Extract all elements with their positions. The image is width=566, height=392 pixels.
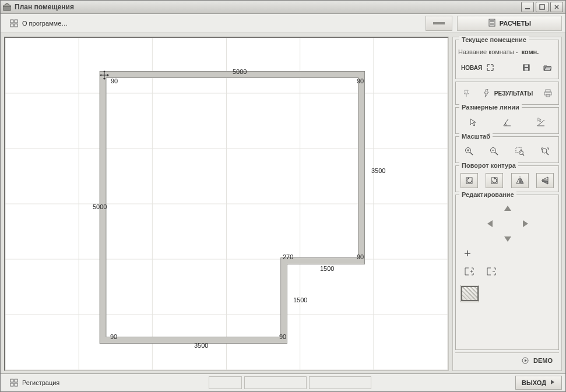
svg-marker-67 xyxy=(494,177,496,179)
svg-rect-8 xyxy=(10,24,13,27)
move-up-button[interactable] xyxy=(499,201,516,216)
angle-tl: 90 xyxy=(110,77,119,84)
svg-line-63 xyxy=(546,153,549,155)
svg-point-83 xyxy=(522,358,528,363)
open-room-button[interactable] xyxy=(539,60,556,75)
move-right-button[interactable] xyxy=(516,216,534,231)
group-dimension-title: Размерные линии xyxy=(459,104,522,111)
add-notch-button[interactable] xyxy=(460,264,478,279)
svg-rect-9 xyxy=(15,24,17,27)
room-name-label: Название комнаты - xyxy=(458,48,518,55)
maximize-button[interactable] xyxy=(536,2,549,12)
group-current-room-title: Текущее помещение xyxy=(459,36,529,43)
registration-icon xyxy=(9,378,19,387)
group-current-room: Текущее помещение Название комнаты - ком… xyxy=(455,40,559,79)
exit-arrow-icon xyxy=(550,379,556,386)
svg-point-13 xyxy=(491,23,493,24)
registration-button[interactable]: Регистрация xyxy=(4,375,65,390)
svg-line-61 xyxy=(522,154,524,156)
zoom-region-button[interactable] xyxy=(511,144,529,159)
print-button[interactable] xyxy=(539,86,556,101)
svg-rect-45 xyxy=(546,94,550,97)
svg-marker-75 xyxy=(487,220,493,227)
lightning-icon xyxy=(481,89,491,98)
svg-rect-6 xyxy=(10,20,13,23)
save-room-button[interactable] xyxy=(518,60,535,75)
dim-notch-width: 1500 xyxy=(319,265,335,272)
exit-label: ВЫХОД xyxy=(522,379,546,386)
flip-vertical-button[interactable] xyxy=(536,173,554,188)
svg-rect-0 xyxy=(3,6,10,10)
svg-rect-10 xyxy=(489,19,495,26)
svg-line-53 xyxy=(470,153,473,156)
rotate-ccw-button[interactable] xyxy=(460,173,478,188)
svg-line-4 xyxy=(555,5,558,9)
exit-button[interactable]: ВЫХОД xyxy=(515,376,562,390)
dim-angle-button[interactable] xyxy=(498,115,516,130)
svg-rect-85 xyxy=(10,379,13,382)
remove-notch-button[interactable] xyxy=(483,264,500,279)
svg-marker-69 xyxy=(516,178,519,183)
floorplan-canvas[interactable]: 5000 90 90 3500 90 270 1500 1500 90 90 3… xyxy=(4,37,449,371)
titlebar: План помещения xyxy=(1,1,565,14)
svg-point-56 xyxy=(491,148,496,153)
svg-rect-40 xyxy=(525,68,528,70)
svg-marker-36 xyxy=(100,74,101,76)
about-icon xyxy=(9,19,19,28)
svg-rect-86 xyxy=(15,379,17,382)
svg-marker-74 xyxy=(504,206,511,211)
add-point-button[interactable] xyxy=(462,248,473,259)
svg-marker-46 xyxy=(470,119,476,126)
calculations-button[interactable]: РАСЧЕТЫ xyxy=(457,16,562,31)
calculations-label: РАСЧЕТЫ xyxy=(500,20,531,27)
svg-marker-1 xyxy=(3,3,11,6)
dim-right: 3500 xyxy=(370,167,386,174)
svg-marker-89 xyxy=(551,380,554,384)
minimize-button[interactable] xyxy=(521,2,534,12)
zoom-fit-button[interactable] xyxy=(536,144,554,159)
angle-notch: 270 xyxy=(282,253,294,260)
svg-rect-11 xyxy=(490,20,494,22)
group-scale-title: Масштаб xyxy=(459,133,493,140)
angle-tr: 90 xyxy=(356,77,365,84)
rotate-cw-button[interactable] xyxy=(486,173,503,188)
svg-marker-76 xyxy=(523,220,528,227)
status-cell-2 xyxy=(244,376,307,389)
close-button[interactable] xyxy=(550,2,563,12)
demo-button[interactable]: DEMO xyxy=(515,353,558,368)
dim-notch-height: 1500 xyxy=(292,296,308,303)
dim-pointer-button[interactable] xyxy=(465,115,482,130)
svg-marker-73 xyxy=(542,181,548,184)
move-down-button[interactable] xyxy=(499,231,516,246)
demo-row: DEMO xyxy=(455,352,559,368)
about-label: О программе… xyxy=(22,20,68,27)
svg-point-60 xyxy=(519,151,523,155)
flip-horizontal-button[interactable] xyxy=(511,173,529,188)
zoom-out-button[interactable] xyxy=(486,144,503,159)
svg-marker-51 xyxy=(538,118,541,122)
results-button[interactable]: РЕЗУЛЬТАТЫ xyxy=(479,86,536,101)
app-icon xyxy=(3,3,11,11)
move-handle-icon[interactable] xyxy=(100,70,109,81)
demo-label: DEMO xyxy=(533,357,553,364)
pin-button[interactable] xyxy=(458,86,475,101)
svg-rect-44 xyxy=(544,92,551,95)
angle-notch-tr: 90 xyxy=(356,253,365,260)
new-room-button[interactable]: НОВАЯ xyxy=(458,60,498,75)
zoom-in-button[interactable] xyxy=(460,144,478,159)
about-button[interactable]: О программе… xyxy=(4,16,73,31)
toggle-view-button[interactable] xyxy=(426,16,452,31)
svg-marker-65 xyxy=(467,177,469,179)
svg-line-50 xyxy=(537,120,544,126)
group-edit: Редактирование xyxy=(455,195,559,350)
play-icon xyxy=(521,356,530,365)
svg-marker-72 xyxy=(542,177,548,180)
results-label: РЕЗУЛЬТАТЫ xyxy=(494,90,533,97)
hatch-fill-button[interactable] xyxy=(460,285,479,302)
calculator-icon xyxy=(488,19,496,28)
svg-line-48 xyxy=(504,119,508,126)
move-left-button[interactable] xyxy=(481,216,499,231)
dim-length-button[interactable] xyxy=(532,115,550,130)
angle-bl: 90 xyxy=(109,333,118,340)
dim-left: 5000 xyxy=(92,203,108,210)
